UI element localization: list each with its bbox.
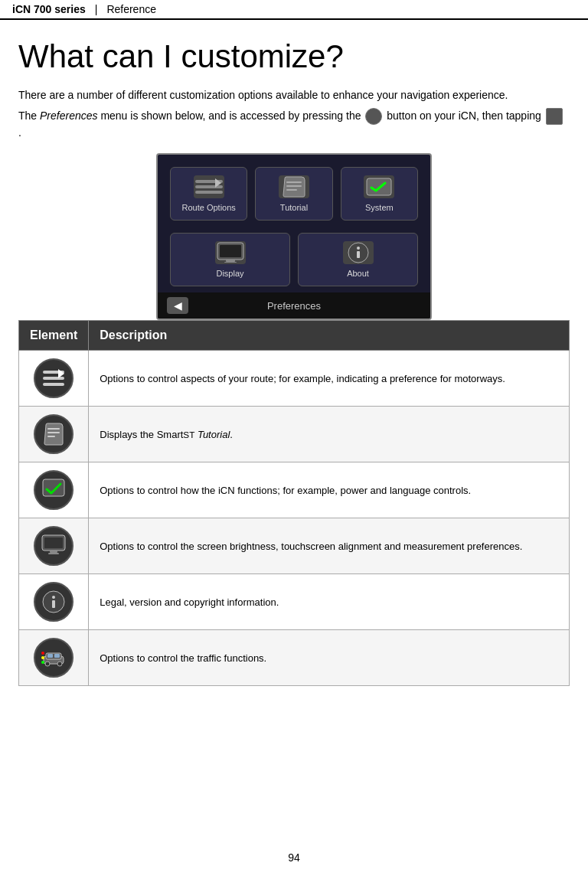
icon-cell-route — [19, 351, 89, 407]
preferences-screenshot-container: Route Options Tutorial — [18, 153, 570, 320]
svg-rect-32 — [47, 654, 53, 658]
icon-cell-display — [19, 518, 89, 574]
table-row: Options to control aspects of your route… — [19, 351, 570, 407]
route-options-menu-icon — [34, 358, 74, 398]
pref-footer: ◀ Preferences — [158, 292, 430, 319]
icon-cell-tutorial — [19, 407, 89, 462]
pref-btn-route-label: Route Options — [182, 203, 236, 212]
main-content: What can I customize? There are a number… — [0, 20, 588, 704]
pref-back-button: ◀ — [167, 297, 188, 314]
svg-rect-29 — [52, 600, 55, 608]
svg-point-13 — [357, 247, 360, 250]
svg-point-36 — [41, 652, 44, 655]
desc-cell-system: Options to control how the iCN functions… — [89, 462, 570, 518]
svg-rect-33 — [54, 654, 60, 658]
grid-button-icon — [546, 108, 563, 125]
pref-btn-display: Display — [170, 233, 290, 286]
pref-btn-system: System — [341, 167, 418, 221]
svg-rect-2 — [195, 191, 223, 194]
route-options-icon — [194, 175, 224, 198]
page-footer: 94 — [0, 851, 588, 864]
icon-cell-traffic — [19, 630, 89, 686]
about-menu-icon — [34, 582, 74, 622]
svg-rect-22 — [43, 479, 64, 496]
section-name: Reference — [106, 3, 156, 15]
svg-rect-26 — [48, 553, 59, 554]
system-icon — [364, 175, 394, 198]
table-row: Options to control the screen brightness… — [19, 518, 570, 574]
table-row: Legal, version and copyright information… — [19, 574, 570, 630]
table-header-description: Description — [89, 321, 570, 351]
svg-rect-25 — [50, 551, 57, 553]
svg-rect-9 — [220, 245, 241, 257]
svg-rect-11 — [224, 262, 237, 263]
table-row: Options to control the traffic functions… — [19, 630, 570, 686]
svg-rect-10 — [226, 260, 235, 262]
svg-point-35 — [57, 662, 62, 666]
brand-name: iCN 700 series — [12, 3, 86, 15]
svg-point-37 — [41, 656, 44, 659]
desc-cell-route: Options to control aspects of your route… — [89, 351, 570, 407]
svg-rect-14 — [357, 251, 360, 258]
svg-rect-1 — [195, 185, 223, 188]
desc-cell-display: Options to control the screen brightness… — [89, 518, 570, 574]
icon-cell-system — [19, 462, 89, 518]
svg-rect-24 — [44, 538, 63, 548]
display-menu-icon — [34, 526, 74, 566]
header-separator: | — [95, 3, 98, 15]
pref-btn-about: About — [298, 233, 418, 286]
page-number: 94 — [288, 851, 300, 864]
intro-paragraph: There are a number of different customiz… — [18, 87, 570, 103]
pref-footer-label: Preferences — [267, 300, 321, 312]
svg-point-34 — [45, 662, 50, 666]
table-header-element: Element — [19, 321, 89, 351]
desc-cell-tutorial: Displays the SmartST Tutorial. — [89, 407, 570, 462]
reference-table: Element Description Options — [18, 320, 570, 686]
menu-button-icon — [365, 108, 382, 125]
tutorial-menu-icon — [34, 414, 74, 454]
table-row: Options to control how the iCN functions… — [19, 462, 570, 518]
svg-rect-5 — [286, 185, 302, 187]
display-icon — [215, 241, 246, 264]
icon-cell-about — [19, 574, 89, 630]
about-icon — [343, 241, 374, 264]
table-row: Displays the SmartST Tutorial. — [19, 407, 570, 462]
svg-point-38 — [41, 661, 44, 664]
system-menu-icon — [34, 470, 74, 510]
svg-rect-4 — [286, 181, 302, 183]
pref-btn-tutorial-label: Tutorial — [280, 203, 308, 212]
svg-rect-6 — [286, 189, 297, 191]
svg-point-28 — [52, 596, 55, 599]
pref-bottom-row: Display About — [158, 233, 430, 292]
svg-rect-21 — [47, 436, 55, 437]
tutorial-italic: Tutorial — [198, 429, 230, 440]
preferences-italic: Preferences — [40, 109, 97, 122]
svg-rect-16 — [43, 377, 64, 380]
traffic-menu-icon — [34, 638, 74, 678]
preferences-screen: Route Options Tutorial — [156, 153, 432, 320]
page-header: iCN 700 series | Reference — [0, 0, 588, 20]
pref-btn-display-label: Display — [216, 269, 243, 278]
pref-btn-route-options: Route Options — [170, 167, 247, 221]
svg-rect-17 — [43, 383, 64, 386]
pref-top-row: Route Options Tutorial — [158, 155, 430, 233]
svg-rect-20 — [47, 432, 60, 433]
pref-btn-about-label: About — [347, 269, 369, 278]
desc-cell-traffic: Options to control the traffic functions… — [89, 630, 570, 686]
pref-btn-system-label: System — [365, 203, 394, 212]
desc-cell-about: Legal, version and copyright information… — [89, 574, 570, 630]
pref-btn-tutorial: Tutorial — [255, 167, 332, 221]
page-title: What can I customize? — [18, 38, 570, 75]
preferences-note: The Preferences menu is shown below, and… — [18, 108, 570, 141]
smartst-text: ST — [183, 430, 194, 440]
svg-rect-19 — [47, 428, 60, 430]
tutorial-icon — [279, 175, 309, 198]
